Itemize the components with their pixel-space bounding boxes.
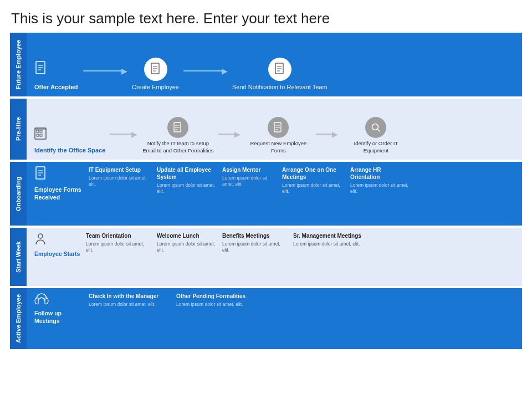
svg-rect-15 bbox=[37, 134, 39, 136]
benefits-meetings-title: Benefits Meetings bbox=[222, 232, 270, 239]
svg-point-32 bbox=[38, 234, 43, 238]
create-employee-icon bbox=[144, 58, 167, 81]
identify-office-label: Identify the Office Space bbox=[34, 146, 105, 154]
svg-rect-16 bbox=[40, 134, 42, 136]
one-on-one-title: Arrange One on One Meetings bbox=[282, 166, 346, 181]
identify-it-icon bbox=[365, 117, 386, 138]
step-check-in: Check In with the Manager Lorem ipsum do… bbox=[89, 293, 172, 308]
request-forms-label: Request New Employee Forms bbox=[245, 140, 311, 154]
step-employee-starts: Employee Starts bbox=[34, 232, 81, 258]
step-offer-accepted: Offer Accepted bbox=[34, 61, 79, 91]
welcome-lunch-text: Lorem ipsum dolor sit amet, elit. bbox=[157, 241, 218, 253]
svg-point-26 bbox=[372, 124, 378, 130]
arrow-1: ▶ bbox=[83, 66, 127, 75]
content-onboarding: Employee Forms Received IT Equipment Set… bbox=[27, 162, 522, 226]
step-update-system: Update all Employee System Lorem ipsum d… bbox=[157, 166, 218, 195]
follow-meetings-label: Follow up Meetings bbox=[34, 310, 84, 325]
team-orientation-title: Team Orientation bbox=[86, 232, 131, 239]
step-request-forms: Request New Employee Forms bbox=[245, 117, 311, 154]
label-pre-hire: Pre-Hire bbox=[10, 99, 27, 160]
step-one-on-one: Arrange One on One Meetings Lorem ipsum … bbox=[282, 166, 346, 195]
follow-meetings-icon bbox=[34, 293, 49, 308]
step-follow-meetings: Follow up Meetings bbox=[34, 293, 84, 325]
assign-mentor-text: Lorem ipsum dolor sit amet, elit. bbox=[222, 175, 278, 187]
step-notify-it: Notify the IT team to setup Email Id and… bbox=[142, 117, 214, 154]
svg-rect-14 bbox=[40, 130, 42, 132]
check-in-title: Check In with the Manager bbox=[89, 293, 158, 300]
step-hr-orientation: Arrange HR Orientation Lorem ipsum dolor… bbox=[350, 166, 411, 195]
arrow-2: ▶ bbox=[183, 66, 228, 75]
arrow-prehire-2: ▶ bbox=[218, 130, 241, 139]
page-title: This is your sample text here. Enter you… bbox=[0, 0, 532, 33]
notify-it-label: Notify the IT team to setup Email Id and… bbox=[142, 140, 214, 154]
other-formalities-title: Other Pending Formalities bbox=[176, 293, 245, 300]
step-assign-mentor: Assign Mentor Lorem ipsum dolor sit amet… bbox=[222, 166, 278, 187]
assign-mentor-title: Assign Mentor bbox=[222, 166, 260, 173]
section-future-employee: Future Employee Offer Accepted ▶ bbox=[10, 33, 522, 98]
step-identify-it: Identify or Order IT Equipment bbox=[342, 117, 409, 154]
step-benefits-meetings: Benefits Meetings Lorem ipsum dolor sit … bbox=[222, 232, 289, 253]
main-content: Future Employee Offer Accepted ▶ bbox=[10, 33, 522, 350]
check-in-text: Lorem ipsum dolor sit amet, elit. bbox=[89, 301, 155, 308]
welcome-lunch-title: Welcome Lunch bbox=[157, 232, 200, 239]
step-other-formalities: Other Pending Formalities Lorem ipsum do… bbox=[176, 293, 259, 308]
step-welcome-lunch: Welcome Lunch Lorem ipsum dolor sit amet… bbox=[157, 232, 218, 253]
svg-line-27 bbox=[378, 130, 380, 132]
section-start-week: Start Week Employee Starts Team Orientat… bbox=[10, 228, 522, 287]
step-create-employee: Create Employee bbox=[132, 58, 179, 91]
update-system-title: Update all Employee System bbox=[157, 166, 218, 181]
content-active: Follow up Meetings Check In with the Man… bbox=[27, 288, 522, 349]
label-onboarding: Onboarding bbox=[10, 162, 27, 226]
identify-it-label: Identify or Order IT Equipment bbox=[342, 140, 409, 154]
identify-office-icon bbox=[34, 127, 47, 143]
svg-rect-12 bbox=[35, 128, 46, 139]
update-system-text: Lorem ipsum dolor sit amet, elit. bbox=[157, 182, 218, 195]
request-forms-icon bbox=[268, 117, 289, 138]
employee-starts-label: Employee Starts bbox=[34, 250, 80, 258]
hr-orientation-text: Lorem ipsum dolor sit amet, elit. bbox=[350, 182, 411, 195]
notify-it-icon bbox=[167, 117, 188, 138]
step-sr-management: Sr. Management Meetings Lorem ipsum dolo… bbox=[293, 232, 393, 247]
offer-accepted-icon bbox=[34, 61, 48, 80]
step-team-orientation: Team Orientation Lorem ipsum dolor sit a… bbox=[86, 232, 152, 253]
employee-starts-icon bbox=[34, 232, 47, 248]
forms-received-label: Employee Forms Received bbox=[34, 186, 84, 201]
step-forms-received: Employee Forms Received bbox=[34, 166, 84, 201]
offer-accepted-label: Offer Accepted bbox=[34, 83, 78, 91]
step-it-equipment: IT Equipment Setup Lorem ipsum dolor sit… bbox=[89, 166, 152, 187]
content-startweek: Employee Starts Team Orientation Lorem i… bbox=[27, 228, 522, 286]
one-on-one-text: Lorem ipsum dolor sit amet, elit. bbox=[282, 182, 346, 195]
section-onboarding: Onboarding Employee Forms Received IT Eq… bbox=[10, 162, 522, 227]
sr-management-title: Sr. Management Meetings bbox=[293, 232, 361, 239]
step-identify-office: Identify the Office Space bbox=[34, 127, 105, 154]
forms-received-icon bbox=[34, 166, 48, 184]
arrow-prehire-1: ▶ bbox=[110, 130, 137, 139]
send-notification-label: Send Notification to Relevant Team bbox=[232, 83, 328, 91]
it-equipment-title: IT Equipment Setup bbox=[89, 166, 141, 173]
label-active-employee: Active Employee bbox=[10, 288, 27, 349]
content-prehire: Identify the Office Space ▶ Notify the bbox=[27, 99, 522, 160]
hr-orientation-title: Arrange HR Orientation bbox=[350, 166, 411, 181]
other-formalities-text: Lorem ipsum dolor sit amet, elit. bbox=[176, 301, 243, 308]
send-notification-icon bbox=[268, 58, 291, 81]
it-equipment-text: Lorem ipsum dolor sit amet, elit. bbox=[89, 175, 152, 187]
benefits-meetings-text: Lorem ipsum dolor sit amet, elit. bbox=[222, 241, 289, 253]
sr-management-text: Lorem ipsum dolor sit amet, elit. bbox=[293, 241, 360, 247]
label-future-employee: Future Employee bbox=[10, 33, 27, 96]
section-active-employee: Active Employee Follow up Meetings Check… bbox=[10, 288, 522, 350]
section-pre-hire: Pre-Hire Identify the Office Space bbox=[10, 99, 522, 161]
label-start-week: Start Week bbox=[10, 228, 27, 286]
create-employee-label: Create Employee bbox=[132, 83, 179, 91]
arrow-prehire-3: ▶ bbox=[316, 130, 338, 139]
team-orientation-text: Lorem ipsum dolor sit amet, elit. bbox=[86, 241, 152, 253]
svg-rect-13 bbox=[37, 130, 39, 132]
step-send-notification: Send Notification to Relevant Team bbox=[232, 58, 328, 91]
content-future: Offer Accepted ▶ Create Employee bbox=[27, 33, 522, 96]
